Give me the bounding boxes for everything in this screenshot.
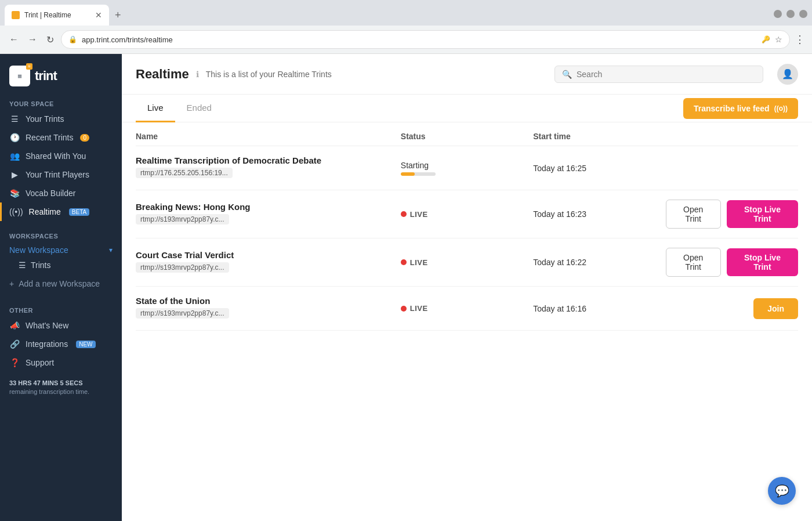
- live-dot: [401, 306, 407, 312]
- your-trints-label: Your Trints: [26, 114, 64, 124]
- support-label: Support: [26, 358, 54, 367]
- your-players-label: Your Trint Players: [26, 170, 89, 179]
- plus-icon: +: [9, 279, 14, 288]
- table-row: Court Case Trial Verdict rtmp://s193mrvp…: [136, 238, 798, 287]
- megaphone-icon: 📣: [9, 321, 20, 330]
- back-button[interactable]: ←: [7, 32, 21, 47]
- integrations-icon: 🔗: [9, 339, 20, 349]
- maximize-button[interactable]: □: [786, 10, 795, 18]
- live-feed-icon: ((o)): [774, 104, 788, 113]
- row-title: Realtime Transcription of Democratic Deb…: [136, 155, 401, 165]
- join-button[interactable]: Join: [753, 298, 798, 319]
- recent-badge: 0: [80, 134, 89, 142]
- browser-more-button[interactable]: ⋮: [795, 33, 805, 46]
- workspace-new-workspace[interactable]: New Workspace ▾: [0, 242, 122, 258]
- star-icon: ☆: [775, 35, 782, 44]
- active-tab[interactable]: Trint | Realtime ✕: [5, 5, 109, 26]
- row-url: rtmp://176.255.205.156:19...: [136, 168, 233, 178]
- forward-button[interactable]: →: [26, 32, 39, 47]
- lock-icon: 🔒: [68, 35, 77, 44]
- refresh-button[interactable]: ↻: [44, 32, 56, 48]
- row-name-cell: State of the Union rtmp://s193mrvp2pp87y…: [136, 296, 401, 321]
- beta-badge: BETA: [69, 208, 89, 216]
- close-button[interactable]: ✕: [799, 10, 807, 18]
- new-tab-button[interactable]: +: [111, 6, 125, 25]
- table-row: Breaking News: Hong Kong rtmp://s193mrvp…: [136, 190, 798, 238]
- row-title: State of the Union: [136, 296, 401, 306]
- status-cell: Starting: [401, 161, 533, 176]
- recent-icon: 🕐: [9, 133, 20, 142]
- key-icon: 🔑: [762, 35, 770, 44]
- transcribe-btn-label: Transcribe live feed: [694, 104, 770, 113]
- logo-text: trint: [35, 68, 57, 84]
- live-text: LIVE: [410, 258, 428, 267]
- search-icon: 🔍: [562, 70, 572, 79]
- stop-live-trint-button[interactable]: Stop Live Trint: [727, 200, 798, 228]
- row-name-cell: Breaking News: Hong Kong rtmp://s193mrvp…: [136, 202, 401, 227]
- minimize-button[interactable]: −: [774, 10, 782, 18]
- live-text: LIVE: [410, 304, 428, 313]
- url-bar[interactable]: 🔒 app.trint.com/trints/realtime 🔑 ☆: [61, 30, 790, 49]
- row-name-cell: Court Case Trial Verdict rtmp://s193mrvp…: [136, 250, 401, 275]
- col-actions: [666, 132, 798, 141]
- stop-live-trint-button[interactable]: Stop Live Trint: [727, 248, 798, 276]
- open-trint-button[interactable]: Open Trint: [666, 248, 721, 277]
- progress-bar: [401, 172, 436, 176]
- chevron-down-icon: ▾: [109, 246, 113, 254]
- sidebar-item-recent-trints[interactable]: 🕐 Recent Trints 0: [0, 128, 122, 147]
- integrations-label: Integrations: [26, 339, 68, 349]
- status-cell: LIVE: [401, 304, 533, 313]
- time-remaining-value: 33 HRS 47 MINS 5 SECS: [9, 379, 83, 386]
- workspaces-label: WORKSPACES: [0, 226, 122, 242]
- trints-sub-label: Trints: [31, 260, 50, 270]
- sidebar-item-your-players[interactable]: ▶ Your Trint Players: [0, 165, 122, 184]
- other-label: OTHER: [0, 300, 122, 316]
- open-trint-button[interactable]: Open Trint: [666, 200, 721, 229]
- integrations-badge: NEW: [76, 341, 95, 348]
- sidebar-item-realtime[interactable]: ((•)) Realtime BETA: [0, 202, 122, 221]
- url-text: app.trint.com/trints/realtime: [82, 35, 757, 44]
- tab-close-button[interactable]: ✕: [95, 10, 102, 20]
- new-workspace-label: New Workspace: [9, 245, 68, 255]
- sidebar-item-vocab-builder[interactable]: 📚 Vocab Builder: [0, 184, 122, 202]
- realtime-label: Realtime: [29, 207, 61, 216]
- live-dot: [401, 259, 407, 265]
- col-status: Status: [401, 132, 533, 141]
- header-desc: This is a list of your Realtime Trints: [206, 70, 332, 79]
- table-header: Name Status Start time: [136, 122, 798, 146]
- avatar-icon: 👤: [782, 68, 793, 79]
- table-row: State of the Union rtmp://s193mrvp2pp87y…: [136, 287, 798, 331]
- add-workspace-button[interactable]: + Add a new Workspace: [0, 274, 122, 293]
- transcribe-live-feed-button[interactable]: Transcribe live feed ((o)): [683, 98, 798, 119]
- search-bar[interactable]: 🔍: [554, 66, 763, 83]
- workspace-trints-sub[interactable]: ☰ Trints: [0, 258, 122, 272]
- live-dot: [401, 211, 407, 217]
- main-header: Realtime ℹ This is a list of your Realti…: [122, 54, 812, 95]
- col-name: Name: [136, 132, 401, 141]
- tabs: Live Ended: [136, 95, 223, 122]
- address-bar: ← → ↻ 🔒 app.trint.com/trints/realtime 🔑 …: [0, 26, 812, 53]
- sidebar-item-whats-new[interactable]: 📣 What's New: [0, 316, 122, 335]
- recent-trints-label: Recent Trints: [26, 133, 73, 142]
- chat-support-button[interactable]: 💬: [768, 477, 796, 505]
- sidebar-item-support[interactable]: ❓ Support: [0, 353, 122, 372]
- tab-ended[interactable]: Ended: [175, 95, 223, 122]
- sidebar-item-integrations[interactable]: 🔗 Integrations NEW: [0, 335, 122, 353]
- user-avatar[interactable]: 👤: [777, 64, 798, 85]
- sidebar-logo: ≡ ≡ trint: [0, 54, 122, 93]
- window-controls: − □ ✕: [774, 10, 807, 20]
- search-input[interactable]: [577, 70, 756, 79]
- row-url: rtmp://s193mrvp2pp87y.c...: [136, 262, 229, 273]
- status-cell: LIVE: [401, 210, 533, 219]
- main: Realtime ℹ This is a list of your Realti…: [122, 54, 812, 521]
- tab-live[interactable]: Live: [136, 95, 175, 122]
- sidebar-item-shared-with-you[interactable]: 👥 Shared With You: [0, 147, 122, 165]
- add-workspace-label: Add a new Workspace: [19, 279, 100, 288]
- time-remaining-sub: remaining transcription time.: [9, 388, 89, 395]
- sidebar-item-your-trints[interactable]: ☰ Your Trints: [0, 110, 122, 128]
- info-icon[interactable]: ℹ: [196, 70, 199, 79]
- tab-bar: Trint | Realtime ✕ + − □ ✕: [0, 0, 812, 26]
- start-time-cell: Today at 16:22: [533, 258, 665, 267]
- tab-title: Trint | Realtime: [24, 11, 90, 19]
- support-icon: ❓: [9, 358, 20, 367]
